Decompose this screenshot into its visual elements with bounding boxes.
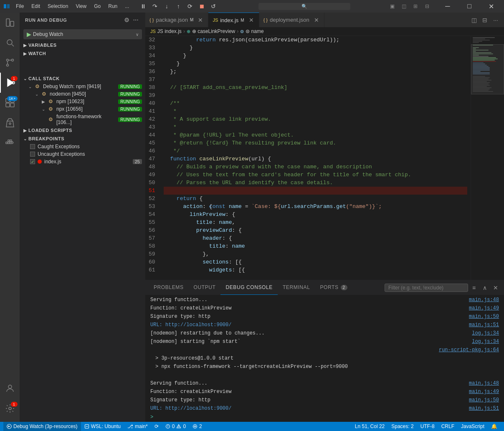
- indexjs-checkbox[interactable]: ✓: [30, 159, 35, 164]
- console-link[interactable]: main.js:48: [469, 297, 499, 303]
- status-notification[interactable]: 🔔: [488, 422, 501, 431]
- console-link[interactable]: log.js:34: [472, 339, 499, 345]
- console-collapse-btn[interactable]: ∧: [480, 283, 490, 293]
- call-stack-arrow: ⌄: [23, 76, 27, 81]
- console-link[interactable]: main.js:48: [469, 380, 499, 386]
- console-content[interactable]: Serving function... main.js:48 Function:…: [145, 295, 504, 422]
- layout-toggle-btn[interactable]: ⊟: [480, 15, 490, 25]
- console-close-btn[interactable]: ✕: [491, 283, 501, 293]
- call-stack-item[interactable]: ⌄ ⚙ nodemon [9450] RUNNING: [20, 90, 145, 98]
- sidebar-more-btn[interactable]: ···: [132, 16, 140, 24]
- menu-view[interactable]: View: [72, 3, 90, 10]
- tab-package-json[interactable]: { } package.json M ✕: [145, 13, 208, 27]
- activity-source-control[interactable]: [0, 53, 20, 73]
- window-maximize-btn[interactable]: □: [460, 0, 479, 13]
- console-link[interactable]: main.js:50: [469, 314, 499, 319]
- activity-extensions[interactable]: 1K+: [0, 93, 20, 113]
- call-stack-header[interactable]: ⌄ CALL STACK: [20, 74, 145, 83]
- menu-edit[interactable]: Edit: [28, 3, 43, 10]
- console-link[interactable]: main.js:49: [469, 305, 499, 311]
- console-link[interactable]: main.js:51: [469, 406, 499, 411]
- caught-exceptions-checkbox[interactable]: [30, 144, 35, 149]
- activity-settings[interactable]: 1: [0, 398, 20, 418]
- status-language[interactable]: JavaScript: [458, 422, 488, 431]
- breakpoints-header[interactable]: ⌄ BREAKPOINTS: [20, 134, 145, 143]
- menu-run[interactable]: Run: [105, 3, 121, 10]
- status-wsl[interactable]: WSL: Ubuntu: [81, 422, 124, 431]
- status-position[interactable]: Ln 51, Col 22: [352, 422, 388, 431]
- more-actions-btn[interactable]: ···: [491, 15, 501, 25]
- window-close-btn[interactable]: ✕: [481, 0, 501, 13]
- breakpoints-section: ⌄ BREAKPOINTS Caught Exceptions Uncaught…: [20, 134, 145, 165]
- tab-ports[interactable]: PORTS 2: [315, 280, 352, 295]
- window-minimize-btn[interactable]: ─: [438, 0, 457, 13]
- call-stack-item[interactable]: ⌄ ⚙ npx [10656] RUNNING: [20, 105, 145, 113]
- search-bar-placeholder[interactable]: 🔍: [263, 4, 346, 9]
- status-debug[interactable]: Debug Watch (3p-resources): [3, 422, 81, 431]
- call-stack-item[interactable]: ⌄ ⚙ Debug Watch: npm [9419] RUNNING: [20, 83, 145, 90]
- debug-pause-btn[interactable]: ⏸: [138, 1, 148, 11]
- layout-btn-4[interactable]: ⊟: [422, 1, 432, 11]
- tab-terminal[interactable]: TERMINAL: [278, 280, 315, 295]
- main-layout: 1 1K+ 1 RUN AND DEBUG ⚙: [0, 13, 504, 422]
- debug-stop-btn[interactable]: ⏹: [197, 1, 207, 11]
- status-branch[interactable]: ⎇ main*: [124, 422, 151, 431]
- activity-docker[interactable]: [0, 133, 20, 153]
- activity-search[interactable]: [0, 33, 20, 53]
- activity-testing[interactable]: [0, 113, 20, 133]
- status-encoding[interactable]: UTF-8: [417, 422, 438, 431]
- code-content[interactable]: return res.json(caseLinkPreview(parsedUr…: [160, 36, 471, 280]
- breadcrumb-variable[interactable]: ⊜ name: [246, 28, 263, 34]
- status-sync[interactable]: ⟳: [151, 422, 162, 431]
- console-link[interactable]: run-script-pkg.js:64: [439, 347, 499, 353]
- menu-go[interactable]: Go: [91, 3, 104, 10]
- tab-close-index[interactable]: ✕: [248, 17, 255, 23]
- menu-file[interactable]: File: [13, 3, 27, 10]
- breakpoint-indexjs[interactable]: ✓ index.js 25: [20, 158, 145, 165]
- activity-run-debug[interactable]: 1: [0, 73, 20, 93]
- status-workers[interactable]: 2: [189, 422, 205, 431]
- tab-close-deployment[interactable]: ✕: [313, 17, 320, 23]
- console-link[interactable]: log.js:34: [472, 330, 499, 336]
- menu-selection[interactable]: Selection: [44, 3, 71, 10]
- console-link[interactable]: main.js:51: [469, 322, 499, 328]
- menu-more[interactable]: ...: [122, 3, 132, 10]
- breakpoint-uncaught[interactable]: Uncaught Exceptions: [20, 150, 145, 158]
- status-line-ending[interactable]: CRLF: [438, 422, 458, 431]
- tab-close-package[interactable]: ✕: [197, 17, 204, 23]
- call-stack-item[interactable]: ⚙ functions-framework [106...] RUNNING: [20, 113, 145, 126]
- status-errors[interactable]: 0 0: [162, 422, 189, 431]
- watch-header[interactable]: ▶ WATCH: [20, 49, 145, 58]
- console-link[interactable]: main.js:50: [469, 397, 499, 403]
- console-link[interactable]: main.js:49: [469, 389, 499, 395]
- caught-exceptions-label: Caught Exceptions: [38, 144, 80, 150]
- debug-config-dropdown[interactable]: ▶ Debug Watch ∨: [23, 29, 142, 39]
- tab-deployment-json[interactable]: { } deployment.json ✕: [259, 13, 324, 27]
- tab-output[interactable]: OUTPUT: [189, 280, 221, 295]
- breadcrumb-file[interactable]: JS index.js: [157, 28, 182, 34]
- debug-restart-btn[interactable]: ⟳: [185, 1, 195, 11]
- debug-step-out-btn[interactable]: ↑: [173, 1, 183, 11]
- status-spaces[interactable]: Spaces: 2: [388, 422, 417, 431]
- debug-step-over-btn[interactable]: ↷: [150, 1, 160, 11]
- tab-problems[interactable]: PROBLEMS: [149, 280, 189, 295]
- variables-header[interactable]: ▶ VARIABLES: [20, 41, 145, 49]
- loaded-scripts-header[interactable]: ▶ LOADED SCRIPTS: [20, 126, 145, 134]
- uncaught-exceptions-checkbox[interactable]: [30, 152, 35, 157]
- breadcrumb-function[interactable]: ⊕ caseLinkPreview: [192, 28, 235, 34]
- tab-index-js[interactable]: JS index.js M ✕: [208, 13, 259, 27]
- breakpoint-caught[interactable]: Caught Exceptions: [20, 143, 145, 150]
- sidebar-gear-btn[interactable]: ⚙: [122, 16, 132, 24]
- debug-step-into-btn[interactable]: ↓: [162, 1, 172, 11]
- call-stack-item[interactable]: ▶ ⚙ npm [10623] RUNNING: [20, 98, 145, 105]
- tab-debug-console[interactable]: DEBUG CONSOLE: [220, 280, 278, 295]
- debug-disconnect-btn[interactable]: ↺: [208, 1, 218, 11]
- console-filter-input[interactable]: [385, 284, 468, 292]
- activity-account[interactable]: [0, 378, 20, 398]
- console-format-btn[interactable]: ≡: [469, 283, 479, 293]
- split-editor-btn[interactable]: ◫: [469, 15, 479, 25]
- activity-explorer[interactable]: [0, 13, 20, 33]
- layout-btn-2[interactable]: ◫: [399, 1, 409, 11]
- layout-btn-1[interactable]: ▣: [387, 1, 397, 11]
- layout-btn-3[interactable]: ⊞: [410, 1, 420, 11]
